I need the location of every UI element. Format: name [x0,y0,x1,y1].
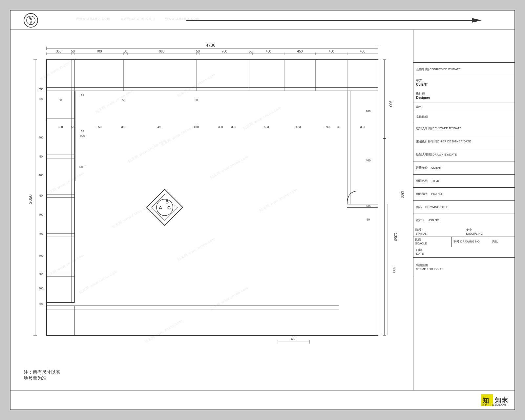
client-label: 甲方 [416,79,512,83]
svg-text:700: 700 [96,50,102,53]
svg-text:350: 350 [56,50,62,53]
confirmed-label: 会签/日期 CONFIRMED BY/DATE [416,68,512,72]
svg-text:900: 900 [80,134,85,137]
svg-text:450: 450 [329,50,334,53]
svg-text:50: 50 [59,98,62,102]
company-logo-area [413,30,514,63]
svg-text:50: 50 [39,194,43,197]
main-container: N www.znzno.com www.znzno.com www.znzno.… [10,10,515,410]
drawn-label: 绘制人/日期 DRAWN BY/DATE [416,153,512,157]
svg-text:450: 450 [291,337,297,341]
svg-text:200: 200 [366,110,370,113]
svg-text:1350: 1350 [394,233,398,241]
svg-text:350: 350 [121,125,126,129]
client-en: CLIENT [416,83,512,86]
client-row: 甲方 CLIENT [413,76,514,89]
svg-text:490: 490 [194,125,199,129]
svg-text:423: 423 [296,125,301,129]
status-col: 阶段 STATUS [413,227,464,237]
status-discipline-row: 阶段 STATUS 专业 DISCIPLING [413,227,514,237]
svg-text:400: 400 [366,159,370,162]
note-line1: 注：所有尺寸以实 [24,369,60,375]
svg-rect-35 [47,60,378,335]
svg-text:350: 350 [231,125,236,129]
svg-text:350: 350 [218,125,223,129]
discipline-col: 专业 DISCIPLING [464,227,515,237]
job-no-row: 设计号 JOB NO. [413,214,514,227]
svg-text:700: 700 [222,50,227,53]
electric-row: 电气 [413,102,514,112]
job-no-label: 设计号 JOB NO. [416,219,512,222]
svg-text:50: 50 [249,50,253,53]
confirmed-row: 会签/日期 CONFIRMED BY/DATE [413,63,514,76]
svg-text:593: 593 [264,125,269,129]
chief-designer-label: 主创设计师/日期CHIEF DESIGNER/DATE [416,140,512,144]
svg-text:50: 50 [196,50,200,53]
svg-text:350: 350 [38,88,43,91]
floor-plan-svg: 4730 350 50 700 [10,30,414,391]
svg-text:1300: 1300 [400,190,404,198]
svg-text:450: 450 [297,50,303,53]
client-name-row: 建设单位 CLIENT [413,161,514,175]
project-label: 项目名称 TITLE [416,179,512,183]
svg-text:400: 400 [38,174,43,177]
direction-arrow [186,15,482,25]
electric-label: 电气 [416,105,512,109]
svg-text:50: 50 [81,94,84,96]
svg-text:50: 50 [195,98,198,102]
bottom-bar: 知 知末 ID: 1143682281 [10,390,514,410]
drawing-title-row: 图名 DRAWING TITLE [413,201,514,214]
svg-text:393: 393 [360,125,365,129]
svg-text:980: 980 [159,50,165,53]
client-name-label: 建设单位 CLIENT [416,166,512,170]
svg-text:400: 400 [38,287,43,290]
compass-circle: N [24,13,38,28]
svg-text:50: 50 [367,218,370,221]
svg-text:500: 500 [79,165,84,169]
svg-text:490: 490 [157,125,162,129]
svg-text:400: 400 [38,136,43,139]
svg-marker-2 [30,21,32,24]
drawing-scale-label: 实比比例 [416,115,512,119]
svg-text:50: 50 [123,50,127,53]
bottom-note: 注：所有尺寸以实 地尺量为准 [24,369,60,381]
svg-text:B: B [165,199,169,204]
svg-text:450: 450 [266,50,271,53]
svg-text:400: 400 [366,205,370,208]
svg-text:55: 55 [71,125,74,129]
svg-text:350: 350 [58,125,63,129]
svg-marker-5 [472,18,482,23]
svg-text:450: 450 [360,50,366,53]
svg-text:400: 400 [38,213,43,216]
title-block: 会签/日期 CONFIRMED BY/DATE 甲方 CLIENT 设计师 De… [413,30,514,391]
svg-text:A: A [159,205,162,210]
designer-row: 设计师 Designer [413,89,514,102]
designer-label: 设计师 [416,92,512,96]
drawn-row: 绘制人/日期 DRAWN BY/DATE [413,148,514,161]
svg-text:C: C [167,205,171,210]
note-line2: 地尺量为准 [24,375,60,381]
date-row: 日期 DATE [413,247,514,258]
chief-designer-row: 主创设计师/日期CHIEF DESIGNER/DATE [413,135,514,148]
no-col: 内批 [490,237,514,246]
drawing-scale-row: 实比比例 [413,112,514,122]
svg-text:4730: 4730 [206,43,216,48]
drawing-no-col: 制号 DRAWING NO. [452,237,490,246]
top-bar: N www.znzno.com www.znzno.com www.znzno.… [10,10,514,30]
svg-text:50: 50 [39,233,43,236]
project-name-row: 项目名称 TITLE [413,175,514,188]
svg-text:400: 400 [38,254,43,257]
svg-text:50: 50 [71,50,75,53]
drawing-area: 知末网 www.znzno.com 知末网 www.znzno.com 知末网 … [10,30,414,391]
scale-drawno-row: 比例 SCACLE 制号 DRAWING NO. 内批 [413,237,514,247]
drawing-title-label: 图名 DRAWING TITLE [416,205,512,209]
svg-text:50: 50 [39,272,43,275]
reviewed-row: 校对人/日期 REVIEWED BY/DATE [413,122,514,135]
svg-text:50: 50 [39,97,43,101]
svg-text:50: 50 [81,130,84,133]
svg-text:393: 393 [325,125,329,129]
watermark-top: www.znzno.com www.znzno.com www.znzno.co… [76,16,200,20]
stamp-row: 出图范围 STAMP FOR ISSUE [413,258,514,277]
svg-text:50: 50 [39,303,43,306]
svg-text:800: 800 [392,267,396,273]
